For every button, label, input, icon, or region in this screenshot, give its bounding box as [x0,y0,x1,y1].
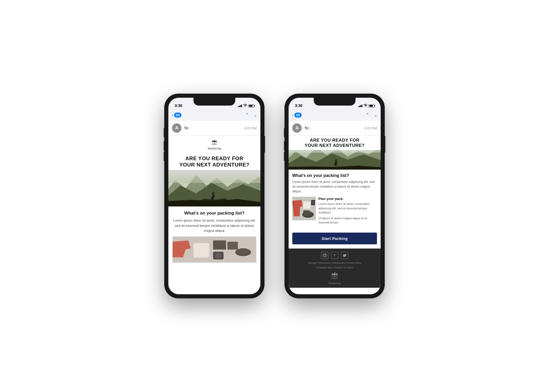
back-chevron-left: ‹ [171,112,173,118]
svg-rect-23 [337,161,338,163]
wifi-icon-right [364,104,367,108]
hero-title-left: ARE YOU READY FOR YOUR NEXT ADVENTURE? [174,155,255,168]
svg-point-37 [325,254,326,255]
notch-left [193,98,235,106]
product-row-right: Plan your pack. Lorem ipsum dolor sit am… [292,197,377,225]
status-icons-left [238,104,254,108]
hero-image-left [168,170,260,206]
hero-text-left: ARE YOU READY FOR YOUR NEXT ADVENTURE? [168,153,260,170]
product-text-right: Plan your pack. Lorem ipsum dolor sit am… [318,197,377,225]
svg-rect-4 [212,195,214,198]
section-text-left: Lorem ipsum dolor sit amet, consectetur … [173,218,256,233]
nav-arrows-left: ⌃ ⌄ [245,112,257,118]
product-plan-title: Plan your pack. [318,197,377,201]
svg-rect-8 [212,198,213,201]
twitter-icon[interactable] [341,252,348,259]
footer-address: 1 Example Way | Pretend, TN 39102 [292,266,377,269]
mountain-svg-left [168,170,260,206]
product-image-left [173,237,256,263]
signal-bars-left [238,105,242,107]
up-arrow-left[interactable]: ⌃ [245,112,249,118]
svg-point-36 [324,255,325,256]
footer-brand-name: Wandering [292,281,377,285]
section-text-right: Lorem ipsum dolor sit amet, consectetur … [292,180,377,194]
svg-rect-25 [335,164,336,166]
section-title-right: What's on your packing list? [292,173,377,178]
badge-right: 65 [294,113,302,118]
battery-icon-right [369,105,374,107]
email-header-left: A To: › 3:02 PM [168,121,260,136]
back-button-right[interactable]: ‹ 65 [292,112,302,118]
email-footer-right: f Manage Preferences | Unsubscribe | Pri… [289,249,381,288]
svg-rect-24 [334,163,335,165]
product-thumb-right [292,197,316,220]
avatar-right: A [292,123,302,133]
hero-title-overlay: ARE YOU READY FOR YOUR NEXT ADVENTURE? [289,136,381,150]
phone-left: 3:30 [165,94,264,298]
avatar-left: A [172,123,181,133]
product-plan-text1: Lorem ipsum dolor sit amet, consectetur … [318,202,377,215]
brand-logo-left: Wandering [171,139,258,151]
svg-rect-6 [214,195,215,197]
instagram-icon[interactable] [321,252,328,259]
email-time-left: 3:02 PM [244,126,257,130]
product-plan-text2: Ut labore et dolore magna aliqua et do e… [318,216,377,225]
mail-nav-left: ‹ 65 ⌃ ⌄ [168,109,260,121]
back-button-left[interactable]: ‹ 65 [171,112,181,118]
body-content-right: What's on your packing list? Lorem ipsum… [289,170,381,228]
status-icons-right [358,104,374,108]
wifi-icon-left [243,104,247,108]
back-chevron-right: ‹ [292,112,293,118]
to-chevron-left: › [190,126,191,130]
svg-rect-18 [173,237,256,263]
email-content-left: Wandering ARE YOU READY FOR YOUR NEXT AD… [168,136,260,294]
status-time-right: 3:30 [295,103,302,108]
svg-point-5 [212,192,214,195]
svg-rect-35 [323,254,326,257]
notch-right [314,98,356,106]
signal-bars-right [358,105,362,107]
svg-point-22 [335,159,337,161]
start-packing-button[interactable]: Start Packing [292,233,377,244]
brand-icon-left [210,139,219,146]
email-to-right: To: › [304,126,362,130]
up-arrow-right[interactable]: ⌃ [365,112,369,118]
nav-arrows-right: ⌃ ⌄ [365,112,378,118]
email-to-left: To: › [184,126,242,130]
cta-section-right: Start Packing [289,228,381,249]
hero-title-right: ARE YOU READY FOR YOUR NEXT ADVENTURE? [292,138,377,148]
footer-social-right: f [292,252,377,259]
brand-area-left: Wandering [168,136,260,153]
mail-nav-right: ‹ 65 ⌃ ⌄ [289,109,381,121]
footer-links: Manage Preferences | Unsubscribe | Priva… [292,262,377,264]
down-arrow-right[interactable]: ⌄ [374,112,378,118]
status-time-left: 3:30 [175,103,182,108]
phone-inner-right: 3:30 [289,98,381,294]
phone-right: 3:30 [285,94,384,298]
body-content-left: What's on your packing list? Lorem ipsum… [168,206,260,267]
svg-rect-34 [292,197,316,220]
email-content-right: ARE YOU READY FOR YOUR NEXT ADVENTURE? [289,136,381,294]
to-label-left: To: [184,126,189,130]
phone-inner-left: 3:30 [168,98,260,294]
hero-image-right: ARE YOU READY FOR YOUR NEXT ADVENTURE? [289,136,381,170]
footer-brand: Wandering [292,272,377,285]
badge-left: 65 [174,113,181,118]
email-header-right: A To: › 3:02 PM [289,121,381,136]
email-time-right: 3:02 PM [364,126,377,130]
svg-rect-3 [168,170,260,183]
to-chevron-right: › [310,126,311,130]
facebook-icon[interactable]: f [331,252,338,259]
phones-container: 3:30 [165,94,384,298]
svg-rect-26 [336,164,337,166]
down-arrow-left[interactable]: ⌄ [253,112,257,118]
to-label-right: To: [304,126,309,130]
battery-icon-left [248,105,254,107]
brand-name-left: Wandering [208,147,221,151]
section-title-left: What's on your packing list? [173,211,256,216]
footer-brand-icon [328,272,341,280]
svg-rect-9 [213,198,214,201]
svg-rect-21 [335,161,337,164]
